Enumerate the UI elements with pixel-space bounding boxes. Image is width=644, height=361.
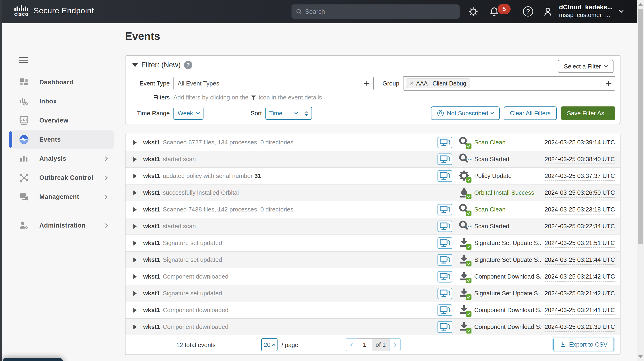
event-type-label: Signature Set Update S... <box>474 290 542 297</box>
filters-label: Filters <box>130 94 170 101</box>
expand-caret-icon[interactable] <box>134 140 137 145</box>
chevron-down-icon <box>490 111 494 114</box>
events-icon <box>19 134 29 145</box>
expand-caret-icon[interactable] <box>134 241 137 246</box>
computer-button[interactable] <box>438 154 452 165</box>
menu-toggle-icon[interactable] <box>19 56 28 65</box>
orbital-install-icon <box>458 187 470 199</box>
computer-button[interactable] <box>438 220 452 232</box>
sort-direction-toggle[interactable] <box>301 107 312 119</box>
next-page-button[interactable] <box>389 338 401 351</box>
add-group-icon[interactable] <box>605 80 612 87</box>
expand-caret-icon[interactable] <box>134 157 137 162</box>
computer-button[interactable] <box>438 137 452 148</box>
select-a-filter-button[interactable]: Select a Filter <box>558 60 614 73</box>
event-timestamp: 2024-03-25 03:21:39 UTC <box>542 323 615 330</box>
per-page-select[interactable]: 20 <box>261 338 278 351</box>
table-row[interactable]: wkst1started scanScan Started2024-03-25 … <box>126 151 620 168</box>
settings-gear-icon[interactable] <box>468 7 478 16</box>
clear-all-filters-button[interactable]: Clear All Filters <box>504 106 557 120</box>
computer-button[interactable] <box>438 170 452 182</box>
sidebar-item-dashboard[interactable]: Dashboard <box>12 73 114 91</box>
previous-page-button[interactable] <box>346 338 358 351</box>
table-row[interactable]: wkst1Component downloadedComponent Downl… <box>126 268 620 285</box>
event-type-label: Scan Started <box>474 156 542 163</box>
user-menu[interactable]: dCloud_kadeks... mssp_customer_... <box>559 3 612 19</box>
table-row[interactable]: wkst1updated policy with serial number 3… <box>126 168 620 184</box>
expand-caret-icon[interactable] <box>134 190 137 195</box>
computer-button[interactable] <box>438 204 452 216</box>
scrollbar-thumb[interactable] <box>638 9 643 244</box>
sidebar-item-inbox[interactable]: Inbox <box>12 92 114 110</box>
expand-caret-icon[interactable] <box>134 274 137 279</box>
user-avatar-icon[interactable] <box>543 7 553 16</box>
event-timestamp: 2024-03-25 03:21:44 UTC <box>542 256 615 264</box>
computer-button[interactable] <box>438 254 452 266</box>
event-type-label: Event Type <box>130 80 170 87</box>
success-check-icon <box>466 278 472 283</box>
table-row[interactable]: wkst1Signature set updatedSignature Set … <box>126 235 620 252</box>
expand-caret-icon[interactable] <box>134 224 137 229</box>
cisco-wordmark: cisco <box>14 11 28 17</box>
table-row[interactable]: wkst1started scanScan Started2024-03-25 … <box>126 218 620 235</box>
sidebar-item-administration[interactable]: Administration <box>12 216 114 234</box>
table-row[interactable]: wkst1Scanned 6727 files, 134 processes, … <box>126 134 620 151</box>
help-icon[interactable]: ? <box>523 6 533 16</box>
event-description: Component downloaded <box>163 323 228 330</box>
table-row[interactable]: wkst1Signature set updatedSignature Set … <box>126 252 620 268</box>
event-type-input[interactable]: All Event Types <box>174 77 374 90</box>
computer-button[interactable] <box>438 288 452 299</box>
pagination: 1 of 1 <box>346 338 401 351</box>
export-to-csv-button[interactable]: Export to CSV <box>553 338 614 351</box>
expand-caret-icon[interactable] <box>134 258 137 262</box>
scroll-down-arrow-icon[interactable] <box>638 356 642 358</box>
sidebar-item-events[interactable]: Events <box>12 130 114 148</box>
scan-started-icon <box>458 220 470 232</box>
top-bar: cisco Secure Endpoint 5 ? dCloud_kadeks.… <box>2 0 637 23</box>
table-row[interactable]: wkst1Scanned 7438 files, 142 processes, … <box>126 201 620 218</box>
scroll-up-arrow-icon[interactable] <box>638 3 642 6</box>
save-filter-as-button[interactable]: Save Filter As... <box>561 106 615 120</box>
global-search[interactable] <box>292 4 460 19</box>
sidebar-item-outbreak-control[interactable]: Outbreak Control <box>12 168 114 187</box>
sidebar-item-management[interactable]: Management <box>12 188 114 206</box>
search-input[interactable] <box>305 8 456 15</box>
computer-button[interactable] <box>438 271 452 282</box>
event-timestamp: 2024-03-25 03:39:14 UTC <box>542 139 615 146</box>
computer-button[interactable] <box>438 321 452 333</box>
filter-help-icon[interactable]: ? <box>184 61 192 69</box>
group-input[interactable]: AAA - Client Debug <box>403 76 615 90</box>
expand-caret-icon[interactable] <box>134 291 137 296</box>
filter-panel: Filter: (New) ? Select a Filter Event Ty… <box>125 55 620 124</box>
collapsed-widget-tab[interactable] <box>3 358 63 361</box>
expand-caret-icon[interactable] <box>134 325 137 329</box>
computer-button[interactable] <box>438 237 452 249</box>
not-subscribed-button[interactable]: Not Subscribed <box>431 106 500 120</box>
computer-button[interactable] <box>438 304 452 316</box>
table-row[interactable]: wkst1Signature set updatedSignature Set … <box>126 285 620 302</box>
current-page[interactable]: 1 <box>357 338 372 351</box>
sidebar-item-analysis[interactable]: Analysis <box>12 150 114 168</box>
scan-clean-icon <box>458 136 470 148</box>
expand-caret-icon[interactable] <box>134 174 137 178</box>
expand-caret-icon[interactable] <box>134 207 137 212</box>
sort-select[interactable]: Time <box>266 107 301 119</box>
notification-count-badge[interactable]: 5 <box>498 4 510 14</box>
policy-update-icon <box>458 170 470 182</box>
time-range-select[interactable]: Week <box>174 107 204 120</box>
filter-panel-header[interactable]: Filter: (New) ? <box>132 61 192 69</box>
sidebar-item-overview[interactable]: Overview <box>12 111 114 130</box>
collapse-caret-icon[interactable] <box>132 63 138 67</box>
table-row[interactable]: wkst1Component downloadedComponent Downl… <box>126 318 620 336</box>
vertical-scrollbar[interactable] <box>637 0 644 361</box>
add-event-type-icon[interactable] <box>364 80 370 87</box>
remove-chip-icon[interactable] <box>410 82 414 85</box>
event-description: Component downloaded <box>163 306 228 314</box>
group-chip[interactable]: AAA - Client Debug <box>406 78 470 88</box>
event-type-label: Scan Started <box>474 223 542 230</box>
table-row[interactable]: wkst1Component downloadedComponent Downl… <box>126 302 620 318</box>
app-title: Secure Endpoint <box>34 6 94 15</box>
table-row[interactable]: wkst1successfully installed OrbitalOrbit… <box>126 184 620 201</box>
expand-caret-icon[interactable] <box>134 308 137 312</box>
chevron-down-icon[interactable] <box>619 8 624 13</box>
